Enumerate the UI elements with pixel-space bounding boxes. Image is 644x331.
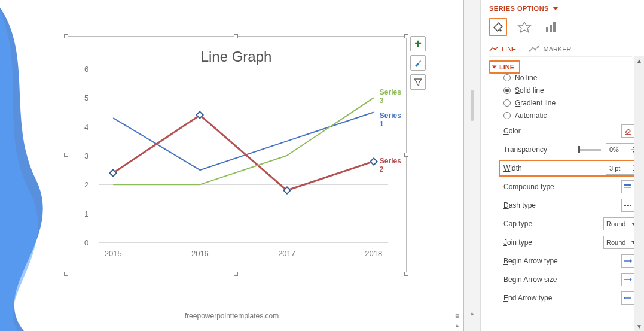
svg-marker-17 xyxy=(624,296,625,300)
series-options-tab[interactable] xyxy=(542,18,560,36)
prop-join: Join type Round xyxy=(503,236,639,249)
line-fill-radio-group: No line Solid line Gradient line Automat… xyxy=(503,74,640,120)
caret-icon xyxy=(492,66,497,69)
svg-point-5 xyxy=(532,47,534,49)
prop-color: Color xyxy=(503,124,639,138)
chart-styles-button[interactable] xyxy=(410,55,426,71)
chart-title[interactable]: Line Graph xyxy=(66,37,406,69)
transparency-slider[interactable] xyxy=(578,149,601,151)
chart-filters-button[interactable] xyxy=(410,74,426,90)
format-pane: ▲ SERIES OPTIONS LINE MARKER xyxy=(464,0,644,331)
radio-solid-line[interactable]: Solid line xyxy=(503,86,640,95)
prop-cap: Cap type Round xyxy=(503,217,639,230)
section-line-toggle[interactable]: LINE xyxy=(493,63,514,71)
series-options-label: SERIES OPTIONS xyxy=(489,5,549,12)
pane-scrollbar[interactable]: ▲▼ xyxy=(634,56,644,331)
prop-begin-arrow-type: Begin Arrow type xyxy=(503,254,639,268)
pane-gutter[interactable]: ▲ xyxy=(464,0,481,331)
svg-rect-8 xyxy=(625,134,631,135)
prop-transparency: Transparency 0% xyxy=(503,143,639,156)
svg-marker-0 xyxy=(518,22,530,32)
svg-marker-15 xyxy=(630,278,632,281)
slide-area: Line Graph 01234562015201620172018Series… xyxy=(0,0,464,331)
prop-width: Width 3 pt xyxy=(503,162,639,175)
chart-elements-button[interactable]: + xyxy=(410,36,426,51)
svg-rect-1 xyxy=(546,27,548,32)
marker-icon xyxy=(529,46,540,52)
tab-line[interactable]: LINE xyxy=(489,45,516,53)
prop-begin-arrow-size: Begin Arrow size xyxy=(503,273,639,286)
effects-tab[interactable] xyxy=(515,18,533,36)
svg-point-6 xyxy=(535,49,536,51)
fill-and-line-tab[interactable] xyxy=(489,18,507,36)
svg-marker-13 xyxy=(630,259,632,263)
radio-automatic[interactable]: Automatic xyxy=(503,111,640,120)
plot-area[interactable]: 01234562015201620172018Series 1Series 2S… xyxy=(99,69,388,242)
prop-dash: Dash type xyxy=(503,199,639,212)
prop-end-arrow-type: End Arrow type xyxy=(503,291,639,305)
prop-compound: Compound type xyxy=(503,180,639,193)
tab-marker[interactable]: MARKER xyxy=(529,45,571,53)
svg-rect-2 xyxy=(550,25,552,32)
slide-scrollbar[interactable]: ≡▲ xyxy=(452,0,462,331)
radio-gradient-line[interactable]: Gradient line xyxy=(503,99,640,107)
svg-rect-3 xyxy=(553,22,556,32)
slide-background-graphic xyxy=(0,0,48,331)
radio-no-line[interactable]: No line xyxy=(503,74,640,82)
line-icon xyxy=(489,46,499,52)
series-options-dropdown[interactable]: SERIES OPTIONS xyxy=(489,5,640,12)
caret-down-icon xyxy=(553,7,558,10)
chart-object[interactable]: Line Graph 01234562015201620172018Series… xyxy=(66,36,407,274)
watermark: freepowerpointtemplates.com xyxy=(0,312,463,320)
